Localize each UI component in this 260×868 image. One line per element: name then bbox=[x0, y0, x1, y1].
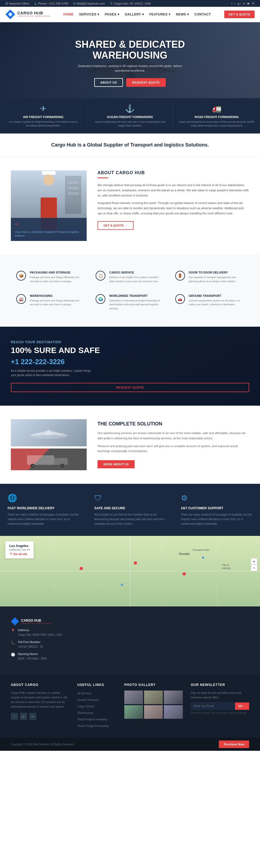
ground-icon: 🚗 bbox=[175, 294, 185, 304]
svg-text:Glendale: Glendale bbox=[179, 552, 190, 555]
social-youtube[interactable]: ▶ bbox=[248, 2, 250, 5]
get-quote-button[interactable]: Get a Quote bbox=[224, 10, 255, 18]
truck-image bbox=[11, 448, 87, 470]
footer-facebook[interactable]: f bbox=[11, 713, 18, 720]
social-linkedin[interactable]: in bbox=[243, 2, 246, 5]
svg-rect-2 bbox=[73, 3, 76, 4]
footer-social[interactable]: f g+ in bbox=[11, 713, 69, 720]
footer-logo-col: CARGO HUB LOGISTICS SERVICES 📍 Address: … bbox=[11, 617, 70, 664]
cta-phone: +1 222-222-3226 bbox=[11, 358, 249, 366]
feature-warehousing: 🏭 Warehousing Package and store your thi… bbox=[11, 289, 90, 316]
worldwide-text: Worldwide Transport Specialism in intern… bbox=[109, 294, 164, 310]
footer-linkedin[interactable]: in bbox=[29, 713, 36, 720]
ground-text: Ground Transport Ground transportation o… bbox=[189, 294, 244, 307]
tagline-section: Cargo Hub is a Global Supplier of Transp… bbox=[0, 133, 260, 157]
svg-point-31 bbox=[80, 567, 83, 570]
newsletter-email-input[interactable] bbox=[191, 703, 235, 710]
cta-section: REACH YOUR DESTINATION 100% SURE AND SAF… bbox=[0, 327, 260, 406]
tagline-text: Cargo Hub is a Global Supplier of Transp… bbox=[5, 142, 255, 148]
nav-gallery[interactable]: GALLERY ▾ bbox=[125, 12, 144, 16]
hero-section: SHARED & DEDICATED WAREHOUSING Dedicated… bbox=[0, 22, 260, 98]
social-facebook[interactable]: f bbox=[231, 2, 232, 5]
air-freight-icon: ✈ bbox=[4, 104, 82, 113]
link-all-services[interactable]: All Services bbox=[77, 692, 91, 695]
gallery-thumb-3[interactable] bbox=[164, 690, 183, 704]
brand-sub: LOGISTICS SERVICES bbox=[17, 15, 50, 18]
link-road-freight[interactable]: Road Freight Forwarding bbox=[77, 718, 107, 721]
email-label: Mail@Cargohub.com bbox=[73, 2, 105, 5]
social-google[interactable]: g+ bbox=[237, 2, 241, 5]
gallery-thumb-5[interactable] bbox=[144, 705, 163, 719]
nav-services[interactable]: SERVICES ▾ bbox=[79, 12, 100, 16]
footer-gallery-title: PHOTO GALLERY bbox=[124, 683, 183, 687]
features-grid: 📦 Packaging And Storage Package and stor… bbox=[0, 254, 260, 327]
social-links[interactable]: f t g+ in ▶ ☰ bbox=[231, 2, 255, 5]
dark-features: 🌐 Fast worldwide delivery There are many… bbox=[0, 484, 260, 536]
link-ground-transport[interactable]: Ground Transport bbox=[77, 699, 98, 702]
door-icon: 🚪 bbox=[175, 271, 185, 281]
gallery-thumb-6[interactable] bbox=[164, 705, 183, 719]
air-freight-title: Air Freight Forwarding bbox=[4, 115, 82, 119]
about-para1: We strongly believe that pursuing all of… bbox=[98, 183, 249, 198]
request-quote-button[interactable]: Request Quote bbox=[126, 78, 166, 87]
svg-point-1 bbox=[6, 3, 7, 4]
footer-googleplus[interactable]: g+ bbox=[20, 713, 27, 720]
nav-news[interactable]: NEWS ▾ bbox=[176, 12, 189, 16]
packaging-text: Packaging And Storage Package and store … bbox=[30, 271, 85, 283]
feature-ground: 🚗 Ground Transport Ground transportation… bbox=[170, 289, 249, 316]
support-desc: There are many variations of passages of… bbox=[181, 512, 252, 526]
brand-name: CARGO HUB bbox=[17, 11, 50, 15]
nav-features[interactable]: FEATURES ▾ bbox=[149, 12, 170, 16]
svg-rect-17 bbox=[54, 458, 68, 465]
dark-feature-delivery: 🌐 Fast worldwide delivery There are many… bbox=[0, 484, 87, 536]
more-about-button[interactable]: More About Us bbox=[98, 460, 135, 468]
footer-main: CARGO HUB LOGISTICS SERVICES 📍 Address: … bbox=[0, 607, 260, 675]
gallery-thumb-4[interactable] bbox=[124, 705, 143, 719]
copyright-bar: Copyright © 2020 SteelThemes. All Rights… bbox=[0, 738, 260, 751]
request-quote-cta-button[interactable]: Request Quote bbox=[11, 383, 249, 392]
support-icon: ⚙ bbox=[181, 494, 252, 502]
gallery-grid bbox=[124, 690, 183, 719]
zoom-in-button[interactable]: + bbox=[251, 558, 257, 565]
cargo-icon: 📋 bbox=[96, 271, 105, 281]
link-ocean-freight[interactable]: Ocean Freight Forwarding bbox=[77, 724, 109, 727]
gallery-thumb-2[interactable] bbox=[144, 690, 163, 704]
delivery-desc: There are many variations of passages of… bbox=[8, 512, 79, 526]
about-us-button[interactable]: About Us bbox=[94, 78, 123, 87]
svg-point-35 bbox=[121, 584, 123, 586]
gallery-thumb-1[interactable] bbox=[124, 690, 143, 704]
feature-packaging: 📦 Packaging And Storage Package and stor… bbox=[11, 266, 90, 289]
nav-links: HOME SERVICES ▾ PAGES ▾ GALLERY ▾ FEATUR… bbox=[63, 12, 211, 16]
feature-door: 🚪 Door To Door Delivery Our expertise in… bbox=[170, 266, 249, 289]
delivery-title: Fast worldwide delivery bbox=[8, 506, 79, 510]
solution-para1: Our warehousing services are known natio… bbox=[98, 431, 249, 441]
road-freight-desc: Cargo are transported at some steps of t… bbox=[178, 120, 256, 127]
door-text: Door To Door Delivery Our expertise in t… bbox=[189, 271, 244, 283]
zoom-out-button[interactable]: − bbox=[251, 565, 257, 571]
map-overlay: Los Angeles California, San #3 📍 Get all… bbox=[5, 541, 34, 558]
address-icon: 📍 bbox=[11, 629, 15, 633]
social-twitter[interactable]: t bbox=[234, 2, 235, 5]
link-cargo-service[interactable]: Cargo Service bbox=[77, 705, 94, 708]
logo-text: CARGO HUB LOGISTICS SERVICES bbox=[17, 11, 50, 18]
get-quote-about-button[interactable]: Get a Quote → bbox=[98, 221, 134, 230]
svg-text:City of: City of bbox=[222, 564, 229, 566]
nav-pages[interactable]: PAGES ▾ bbox=[105, 12, 119, 16]
nav-home[interactable]: HOME bbox=[63, 12, 74, 16]
newsletter-title: OUR NEWSLETTER bbox=[191, 683, 249, 687]
nav-contact[interactable]: CONTACT bbox=[194, 12, 211, 16]
footer-address: 📍 Address: Cargo Hub, NEWYORK 10012, USA bbox=[11, 628, 70, 637]
svg-text:Thousand Oaks: Thousand Oaks bbox=[192, 549, 210, 551]
hero-description: Dedicated employees, working in 66 regio… bbox=[73, 64, 187, 73]
svg-point-32 bbox=[134, 561, 137, 565]
link-warehousing[interactable]: Warehousing bbox=[77, 711, 93, 714]
social-rss[interactable]: ☰ bbox=[252, 2, 255, 5]
worldwide-icon: 🌍 bbox=[96, 294, 105, 304]
map-zoom-controls[interactable]: + − bbox=[251, 558, 257, 571]
solution-title: THE COMPLETE SOLUTION bbox=[98, 421, 249, 427]
newsletter-submit-button[interactable]: GO → bbox=[235, 703, 249, 710]
svg-rect-16 bbox=[27, 455, 54, 465]
packaging-icon: 📦 bbox=[16, 271, 26, 281]
purchase-now-button[interactable]: Purchase Now bbox=[219, 741, 249, 748]
footer-about-col: ABOUT CARGO Cargo HUB Logistics Services… bbox=[11, 683, 69, 730]
